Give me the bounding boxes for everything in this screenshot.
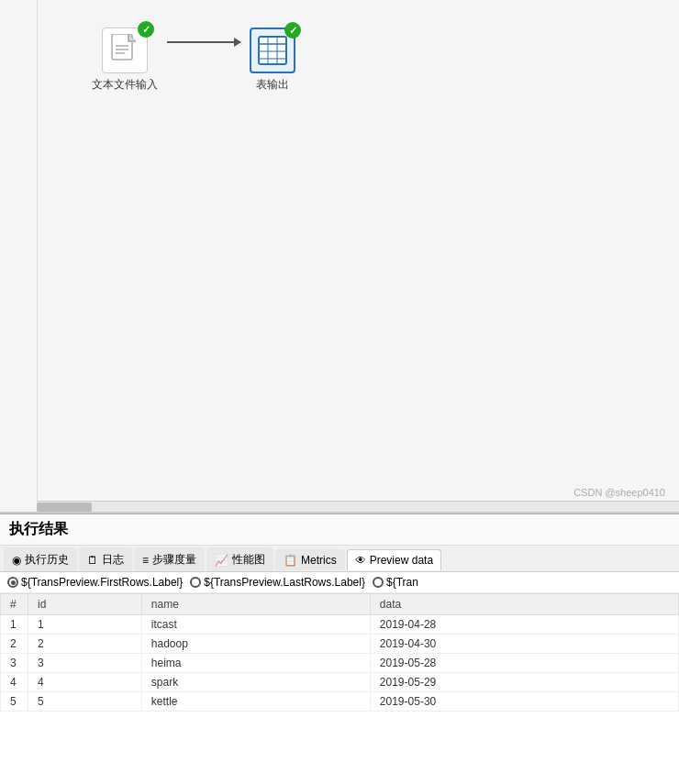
table-row: 3 3 heima 2019-05-28: [1, 654, 679, 673]
cell-id: 4: [28, 673, 142, 692]
node-text-input-check: ✓: [138, 21, 154, 38]
tabs-bar: ◉ 执行历史 🗒 日志 ≡ 步骤度量 📈 性能图 📋 Metrics 👁 Pre…: [0, 546, 679, 572]
data-table: # id name data 1 1 itcast 2019-04-28 2 2…: [0, 593, 679, 712]
document-svg: [110, 34, 139, 67]
cell-id: 1: [28, 615, 142, 635]
svg-rect-4: [259, 37, 286, 64]
canvas-scrollbar-thumb[interactable]: [37, 502, 92, 512]
node-table-output-check: ✓: [284, 22, 301, 39]
cell-row-num: 1: [1, 615, 28, 635]
metrics-icon: 📋: [284, 554, 297, 567]
col-header-name: name: [141, 594, 370, 615]
radio-first-rows-circle[interactable]: [7, 577, 18, 588]
tab-step-metrics[interactable]: ≡ 步骤度量: [134, 547, 205, 571]
cell-data: 2019-05-30: [370, 692, 678, 712]
cell-data: 2019-05-29: [370, 673, 678, 692]
table-row: 2 2 hadoop 2019-04-30: [1, 635, 679, 654]
data-table-wrapper: # id name data 1 1 itcast 2019-04-28 2 2…: [0, 593, 679, 784]
cell-row-num: 5: [1, 692, 28, 712]
log-icon: 🗒: [87, 554, 98, 567]
node-table-output-label: 表输出: [256, 77, 289, 93]
arrow-connector: [158, 41, 250, 43]
col-header-hash: #: [1, 594, 28, 615]
canvas-scrollbar[interactable]: [37, 501, 679, 512]
tab-performance-label: 性能图: [232, 552, 265, 568]
radio-other[interactable]: ${Tran: [373, 576, 418, 589]
table-row: 1 1 itcast 2019-04-28: [1, 615, 679, 635]
cell-row-num: 4: [1, 673, 28, 692]
table-header: # id name data: [1, 594, 679, 615]
cell-data: 2019-05-28: [370, 654, 678, 673]
tab-execution-history[interactable]: ◉ 执行历史: [4, 547, 77, 571]
table-row: 4 4 spark 2019-05-29: [1, 673, 679, 692]
table-row: 5 5 kettle 2019-05-30: [1, 692, 679, 712]
tab-metrics-label: Metrics: [301, 554, 337, 567]
bottom-panel: 执行结果 ◉ 执行历史 🗒 日志 ≡ 步骤度量 📈 性能图 📋 Metrics …: [0, 513, 679, 784]
execution-history-icon: ◉: [12, 554, 21, 567]
tab-preview-data-label: Preview data: [370, 554, 433, 567]
cell-row-num: 3: [1, 654, 28, 673]
cell-id: 2: [28, 635, 142, 654]
panel-title: 执行结果: [0, 514, 679, 546]
tab-log[interactable]: 🗒 日志: [79, 547, 132, 571]
step-metrics-icon: ≡: [142, 554, 149, 567]
cell-name: itcast: [141, 615, 370, 635]
arrow-line: [167, 41, 240, 43]
radio-last-rows[interactable]: ${TransPreview.LastRows.Label}: [190, 576, 365, 589]
radio-other-circle[interactable]: [373, 577, 384, 588]
radio-first-rows[interactable]: ${TransPreview.FirstRows.Label}: [7, 576, 183, 589]
node-text-input-label: 文本文件输入: [92, 77, 158, 93]
node-table-output-icon: ✓: [250, 28, 295, 73]
node-container: ✓ 文本文件输入 ✓ 表输出: [92, 28, 295, 93]
node-text-input[interactable]: ✓ 文本文件输入: [92, 28, 158, 93]
table-body: 1 1 itcast 2019-04-28 2 2 hadoop 2019-04…: [1, 615, 679, 712]
cell-name: spark: [141, 673, 370, 692]
radio-row: ${TransPreview.FirstRows.Label} ${TransP…: [0, 572, 679, 593]
table-svg: [257, 35, 288, 66]
col-header-id: id: [28, 594, 142, 615]
watermark: CSDN @sheep0410: [573, 487, 665, 498]
cell-id: 5: [28, 692, 142, 712]
col-header-data: data: [370, 594, 678, 615]
node-text-input-icon: ✓: [102, 28, 148, 73]
node-table-output[interactable]: ✓ 表输出: [250, 28, 295, 93]
workflow-canvas: ✓ 文本文件输入 ✓ 表输出: [0, 0, 679, 513]
tab-performance[interactable]: 📈 性能图: [206, 547, 273, 571]
cell-data: 2019-04-30: [370, 635, 678, 654]
preview-data-icon: 👁: [355, 554, 366, 567]
tab-preview-data[interactable]: 👁 Preview data: [347, 549, 441, 570]
radio-other-label: ${Tran: [386, 576, 418, 589]
radio-last-rows-label: ${TransPreview.LastRows.Label}: [204, 576, 365, 589]
tab-metrics[interactable]: 📋 Metrics: [275, 549, 345, 570]
cell-name: kettle: [141, 692, 370, 712]
cell-name: hadoop: [141, 635, 370, 654]
tab-execution-history-label: 执行历史: [25, 552, 69, 568]
cell-data: 2019-04-28: [370, 615, 678, 635]
cell-name: heima: [141, 654, 370, 673]
performance-icon: 📈: [215, 554, 228, 567]
radio-first-rows-label: ${TransPreview.FirstRows.Label}: [21, 576, 183, 589]
tab-log-label: 日志: [102, 552, 124, 568]
radio-last-rows-circle[interactable]: [190, 577, 201, 588]
cell-row-num: 2: [1, 635, 28, 654]
cell-id: 3: [28, 654, 142, 673]
tab-step-metrics-label: 步骤度量: [152, 552, 196, 568]
